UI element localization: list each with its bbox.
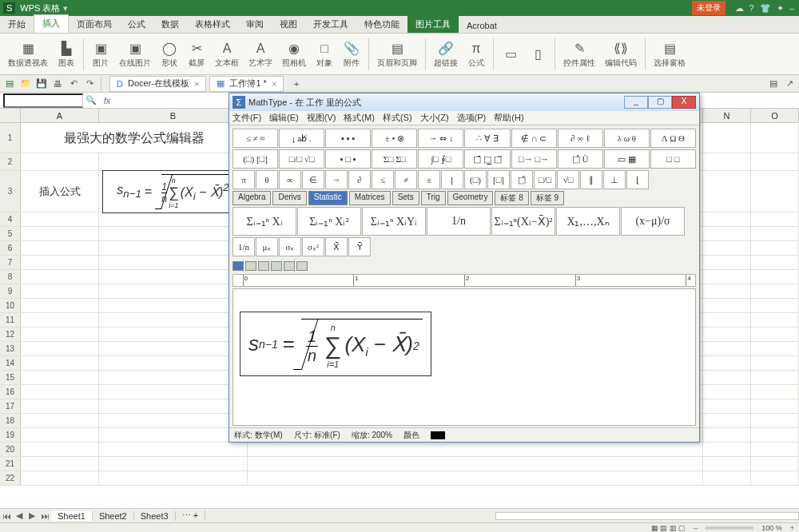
menu-tab-6[interactable]: 审阅: [238, 16, 272, 33]
cell-N21[interactable]: [703, 457, 751, 471]
mtr2-8[interactable]: ▭ ▦: [604, 149, 650, 169]
collapse-icon[interactable]: ▤: [767, 77, 780, 90]
mtr3-10[interactable]: (□): [464, 170, 487, 189]
cell-N9[interactable]: [703, 284, 751, 299]
ribbon-item-18[interactable]: ▭: [499, 35, 523, 73]
menu-tab-5[interactable]: 表格样式: [187, 16, 238, 33]
cell-A4[interactable]: [21, 212, 99, 227]
mt-cat-Derivs[interactable]: Derivs: [272, 191, 306, 205]
mtr4-2[interactable]: Σᵢ₌₁ⁿ XᵢYᵢ: [362, 207, 426, 236]
row-header-9[interactable]: 9: [0, 284, 21, 298]
menu-tab-4[interactable]: 数据: [153, 16, 187, 33]
row-header-15[interactable]: 15: [0, 371, 21, 384]
ribbon-形状[interactable]: ◯形状: [157, 35, 181, 73]
login-button[interactable]: 未登录: [692, 1, 725, 15]
menu-tab-10[interactable]: 图片工具: [407, 16, 459, 33]
cell-N2[interactable]: [703, 153, 751, 171]
cell-N18[interactable]: [703, 414, 751, 428]
cell-A13[interactable]: [21, 342, 99, 356]
cell-O2[interactable]: [751, 153, 799, 171]
ribbon-截屏[interactable]: ✂截屏: [185, 35, 209, 73]
mtr1-5[interactable]: ∴ ∀ ∃: [464, 129, 510, 148]
mt-menu-0[interactable]: 文件(F): [233, 112, 261, 124]
cell-B22[interactable]: [99, 471, 248, 486]
cell-A8[interactable]: [21, 270, 99, 284]
cell-N1[interactable]: [703, 123, 751, 153]
mtr3-3[interactable]: ∈: [302, 170, 324, 189]
mtr1-0[interactable]: ≤ ≠ ≈: [233, 129, 278, 148]
cell-A10[interactable]: [21, 299, 99, 313]
cell-A18[interactable]: [21, 414, 99, 428]
cell-O18[interactable]: [751, 414, 799, 428]
cell-O22[interactable]: [751, 471, 799, 486]
ribbon-照相机[interactable]: ◉照相机: [279, 35, 309, 73]
cell-O8[interactable]: [751, 270, 799, 284]
cell-N5[interactable]: [703, 227, 751, 241]
mtr2-1[interactable]: □/□ √□: [279, 149, 324, 169]
cell-O4[interactable]: [751, 212, 799, 227]
mt-menu-7[interactable]: 帮助(H): [494, 112, 523, 124]
mtr1-8[interactable]: λ ω θ: [604, 129, 650, 148]
mtr2-3[interactable]: Σ□ Σ□: [372, 149, 417, 169]
cell-A16[interactable]: [21, 385, 99, 399]
select-all-corner[interactable]: [0, 109, 21, 122]
cell-A22[interactable]: [21, 471, 99, 486]
mtr2-9[interactable]: □ □: [650, 149, 696, 169]
row-header-21[interactable]: 21: [0, 457, 21, 470]
cell-B16[interactable]: [99, 385, 248, 399]
mtr1-4[interactable]: → ⇔ ↓: [418, 129, 463, 148]
mtr4-4[interactable]: Σᵢ₌₁ⁿ(Xᵢ−X̄)²: [491, 207, 555, 236]
cell-N7[interactable]: [703, 256, 751, 270]
cell-O16[interactable]: [751, 385, 799, 399]
close-tab-icon[interactable]: ×: [272, 79, 276, 89]
mt-menu-6[interactable]: 选项(P): [457, 112, 487, 124]
row-header-6[interactable]: 6: [0, 241, 21, 255]
cell-O19[interactable]: [751, 428, 799, 443]
col-O[interactable]: O: [751, 109, 799, 122]
cell-A6[interactable]: [21, 241, 99, 256]
cell-O9[interactable]: [751, 284, 799, 299]
cell-B4[interactable]: [99, 212, 248, 227]
mtr3-16[interactable]: ⊥: [603, 170, 626, 189]
mtr3-6[interactable]: ≤: [372, 170, 394, 189]
cell-O20[interactable]: [751, 443, 799, 457]
cell-B7[interactable]: [99, 256, 248, 270]
cell-A19[interactable]: [21, 428, 99, 443]
tb-3[interactable]: [258, 261, 269, 271]
cell-A3[interactable]: 插入公式: [21, 171, 99, 212]
ribbon-选择窗格[interactable]: ▤选择窗格: [650, 35, 689, 73]
mtr2-0[interactable]: (□) [□]: [233, 149, 278, 169]
mtr3-11[interactable]: [□]: [487, 170, 510, 189]
ribbon-文本框[interactable]: A文本框: [212, 35, 242, 73]
cell-N4[interactable]: [703, 212, 751, 227]
mtr2-4[interactable]: ∫□ ∮□: [418, 149, 463, 169]
wrench-icon[interactable]: ✦: [777, 3, 784, 13]
tb-5[interactable]: [284, 261, 295, 271]
row-header-1[interactable]: 1: [0, 123, 21, 153]
maximize-button[interactable]: ▢: [648, 96, 672, 109]
row-header-20[interactable]: 20: [0, 443, 21, 456]
cell-O3[interactable]: [751, 171, 799, 212]
doc-tab-1[interactable]: ▦工作簿1 *×: [209, 76, 284, 92]
mtr3-4[interactable]: →: [325, 170, 348, 189]
mathtype-canvas[interactable]: sn−1 = 1n n∑i=1 (Xi − X̄)2: [233, 288, 696, 426]
cell-A20[interactable]: [21, 443, 99, 457]
cell-A1[interactable]: 最强大的数学公式编辑器: [21, 123, 248, 153]
cell-B10[interactable]: [99, 299, 248, 313]
mtr5-1[interactable]: μₓ: [256, 237, 278, 256]
new-icon[interactable]: ▤: [3, 77, 16, 90]
mt-cat-标签 8[interactable]: 标签 8: [495, 191, 528, 205]
cell-B3[interactable]: sn−1=1nn∑i=1(Xi − X̄)2: [99, 171, 248, 212]
row-header-19[interactable]: 19: [0, 428, 21, 442]
cell-N13[interactable]: [703, 342, 751, 356]
print-icon[interactable]: 🖶: [51, 77, 64, 90]
cell-N10[interactable]: [703, 299, 751, 313]
cell-A9[interactable]: [21, 284, 99, 299]
menu-tab-11[interactable]: Acrobat: [459, 18, 505, 33]
view-icons[interactable]: ▦ ▤ ▥ ▢: [651, 524, 686, 532]
mtr1-3[interactable]: ± • ⊗: [372, 129, 417, 148]
cell-O21[interactable]: [751, 457, 799, 471]
sheet-tab-Sheet1[interactable]: Sheet1: [51, 511, 93, 521]
mtr3-12[interactable]: □̂: [511, 170, 533, 189]
save-icon[interactable]: 💾: [35, 77, 48, 90]
